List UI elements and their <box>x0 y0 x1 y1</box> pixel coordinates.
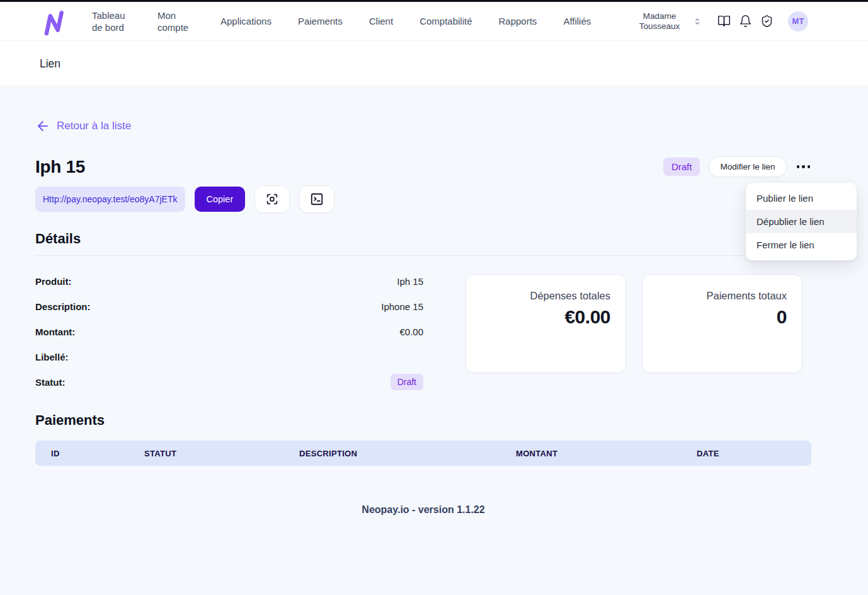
detail-row-statut: Statut: Draft <box>35 369 423 395</box>
more-options-button[interactable] <box>796 161 812 172</box>
detail-value: Iphone 15 <box>381 301 423 312</box>
qr-scan-icon <box>265 192 279 206</box>
column-header-date: DATE <box>697 441 719 466</box>
app-footer: Neopay.io - version 1.1.22 <box>35 504 811 516</box>
nav-item-applications[interactable]: Applications <box>220 15 271 27</box>
menu-item-publier[interactable]: Publier le lien <box>746 187 857 210</box>
column-header-montant: MONTANT <box>516 441 557 466</box>
nav-item-mon-compte[interactable]: Mon compte <box>157 9 194 33</box>
nav-item-comptabilite[interactable]: Comptabilité <box>420 15 472 27</box>
link-title: Iph 15 <box>35 157 85 177</box>
detail-label: Libellé: <box>35 352 69 362</box>
documentation-book-icon[interactable] <box>717 14 731 28</box>
menu-item-depublier[interactable]: Dépublier le lien <box>746 210 857 233</box>
main-content: Retour à la liste Iph 15 Draft Modifier … <box>35 118 811 516</box>
stat-value: €0.00 <box>481 306 610 328</box>
nav-item-tableau-de-bord[interactable]: Tableau de bord <box>92 9 131 33</box>
back-to-list-link[interactable]: Retour à la liste <box>35 118 811 134</box>
payment-link-url[interactable]: Http://pay.neopay.test/eo8yA7jETk <box>35 187 185 212</box>
nav-item-rapports[interactable]: Rapports <box>499 15 537 27</box>
detail-label: Statut: <box>35 377 66 388</box>
column-header-statut: STATUT <box>144 441 176 466</box>
title-row: Iph 15 Draft Modifier le lien <box>35 156 811 177</box>
notifications-bell-icon[interactable] <box>739 14 752 28</box>
nav-item-affilies[interactable]: Affiliés <box>563 15 591 27</box>
detail-label: Montant: <box>35 326 75 337</box>
detail-row-description: Description: Iphone 15 <box>35 294 423 319</box>
detail-row-libelle: Libellé: <box>35 344 423 369</box>
detail-row-montant: Montant: €0.00 <box>35 319 423 344</box>
app-screen: Tableau de bord Mon compte Applications … <box>0 0 868 595</box>
menu-item-fermer[interactable]: Fermer le lien <box>746 233 857 257</box>
nav-item-client[interactable]: Client <box>369 15 393 27</box>
qr-code-button[interactable] <box>254 185 290 213</box>
details-heading: Détails <box>35 231 811 247</box>
detail-status-badge: Draft <box>391 374 423 390</box>
chevron-selector-icon[interactable] <box>693 17 702 26</box>
main-nav: Tableau de bord Mon compte Applications … <box>92 9 591 33</box>
topbar-right: Madame Tousseaux MT <box>634 11 808 32</box>
payments-table-header: ID STATUT DESCRIPTION MONTANT DATE <box>35 441 811 466</box>
neopay-logo-icon <box>38 8 66 35</box>
user-name: Madame Tousseaux <box>634 11 685 32</box>
stat-label: Paiements totaux <box>658 290 787 302</box>
details-section: Produit: Iph 15 Description: Iphone 15 M… <box>35 256 811 395</box>
status-badge: Draft <box>663 158 700 176</box>
top-navigation-bar: Tableau de bord Mon compte Applications … <box>0 2 868 41</box>
neopay-logo[interactable] <box>38 7 67 36</box>
title-actions: Draft Modifier le lien <box>663 156 811 177</box>
copy-button[interactable]: Copier <box>195 187 246 212</box>
link-actions-menu: Publier le lien Dépublier le lien Fermer… <box>746 183 857 260</box>
stat-card-depenses: Dépenses totales €0.00 <box>465 274 626 373</box>
back-to-list-label: Retour à la liste <box>57 120 131 132</box>
detail-value: €0.00 <box>399 326 423 337</box>
stats-cards: Dépenses totales €0.00 Paiements totaux … <box>465 274 802 373</box>
user-avatar[interactable]: MT <box>788 11 808 32</box>
url-row: Http://pay.neopay.test/eo8yA7jETk Copier <box>35 185 811 213</box>
stat-card-paiements: Paiements totaux 0 <box>642 274 802 373</box>
payments-heading: Paiements <box>35 412 811 429</box>
terminal-button[interactable] <box>299 185 334 213</box>
page-title: Lien <box>40 57 60 71</box>
stat-value: 0 <box>658 306 787 328</box>
terminal-icon <box>310 192 324 206</box>
security-shield-check-icon[interactable] <box>760 14 774 28</box>
details-rows: Produit: Iph 15 Description: Iphone 15 M… <box>35 256 423 395</box>
column-header-id: ID <box>51 441 60 466</box>
version-text: Neopay.io - version 1.1.22 <box>362 504 484 515</box>
detail-value: Iph 15 <box>397 276 423 287</box>
edit-link-button[interactable]: Modifier le lien <box>709 156 786 177</box>
arrow-left-icon <box>35 118 50 134</box>
detail-label: Description: <box>35 301 91 312</box>
column-header-description: DESCRIPTION <box>299 441 357 466</box>
detail-row-produit: Produit: Iph 15 <box>35 269 423 294</box>
stat-label: Dépenses totales <box>481 290 610 302</box>
detail-label: Produit: <box>35 276 72 287</box>
page-header: Lien <box>0 41 868 87</box>
nav-item-paiements[interactable]: Paiements <box>298 15 343 27</box>
